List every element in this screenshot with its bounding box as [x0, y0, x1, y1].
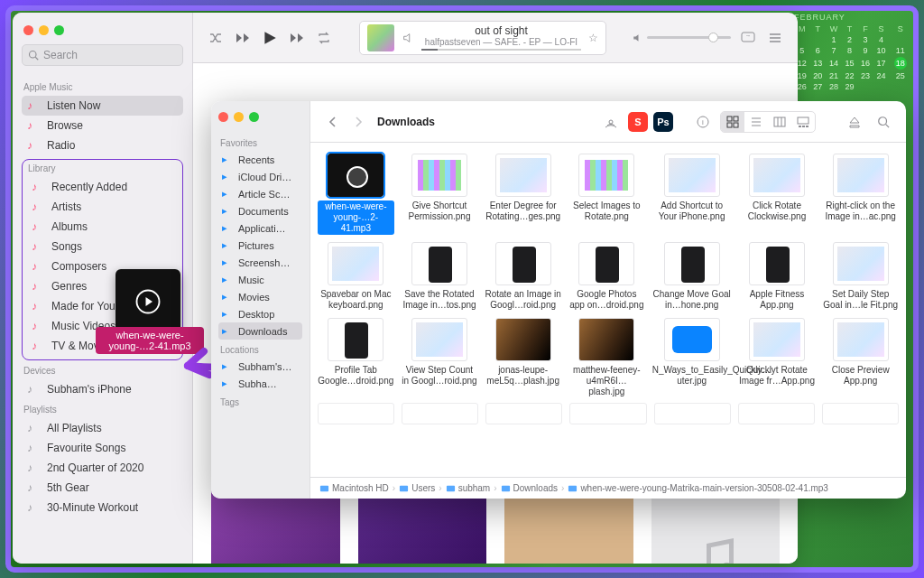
favorite-button[interactable]: ☆	[588, 32, 598, 44]
prev-track-button[interactable]	[233, 28, 253, 48]
sidebar-item-label: Radio	[47, 139, 75, 152]
finder-sidebar-item[interactable]: ▸Article Sc…	[218, 185, 302, 202]
search-button[interactable]	[872, 112, 895, 132]
file-item[interactable]: jonas-leupe-meL5q…plash.jpg	[485, 318, 561, 397]
next-track-button[interactable]	[287, 28, 307, 48]
file-item[interactable]: Enter Degree for Rotating…ges.png	[485, 154, 561, 235]
lyrics-button[interactable]: “”	[738, 28, 758, 48]
finder-sidebar-item[interactable]: ▸Pictures	[218, 237, 302, 254]
sidebar-item[interactable]: ♪Artists	[26, 197, 179, 217]
now-playing[interactable]: out of sight halfpastseven — SAFE. - EP …	[359, 21, 606, 55]
window-controls[interactable]	[22, 22, 183, 44]
app-icon-s[interactable]: S	[628, 112, 648, 132]
sidebar-item[interactable]: ♪Browse	[22, 116, 183, 135]
partial-row	[318, 403, 899, 424]
file-item[interactable]: View Step Count in Googl…roid.png	[402, 318, 478, 397]
eject-button[interactable]	[843, 112, 866, 132]
finder-sidebar-item[interactable]: ▸Movies	[218, 288, 302, 305]
path-crumb[interactable]: subham	[446, 483, 491, 493]
sidebar-item[interactable]: ♪Favourite Songs	[22, 438, 183, 458]
finder-sidebar-item[interactable]: ▸Downloads	[218, 322, 302, 340]
file-item[interactable]: Save the Rotated Image in…tos.png	[402, 242, 478, 311]
sidebar-item[interactable]: ♪Recently Added	[26, 177, 179, 197]
column-view-button[interactable]	[768, 112, 791, 132]
path-crumb[interactable]: Macintosh HD	[319, 483, 389, 493]
file-thumbnail	[328, 318, 383, 361]
window-controls[interactable]	[218, 110, 302, 133]
finder-sidebar-item[interactable]: ▸iCloud Dri…	[218, 168, 302, 185]
file-item[interactable]: Click Rotate Clockwise.png	[739, 154, 816, 235]
info-button[interactable]: i	[691, 112, 715, 132]
path-crumb[interactable]: when-we-were-young-Matrika-main-version-…	[568, 483, 828, 493]
file-item[interactable]: Change Move Goal in…hone.png	[652, 242, 732, 311]
file-item[interactable]: Add Shortcut to Your iPhone.png	[652, 154, 732, 235]
finder-sidebar-label: Subham's…	[238, 361, 292, 372]
file-item[interactable]: Spavebar on Mac keyboard.png	[318, 242, 394, 311]
queue-button[interactable]	[765, 28, 785, 48]
path-bar[interactable]: Macintosh HD›Users›subham›Downloads›when…	[310, 477, 906, 499]
file-thumbnail	[411, 154, 467, 197]
svg-line-1	[35, 57, 38, 60]
path-crumb[interactable]: Users	[399, 483, 435, 493]
file-item[interactable]: Apple Fitness App.png	[739, 242, 816, 311]
sidebar-item[interactable]: ♪All Playlists	[22, 418, 183, 438]
repeat-button[interactable]	[314, 28, 334, 48]
finder-sidebar-item[interactable]: ▸Screensh…	[218, 254, 302, 271]
file-item[interactable]: when-we-were-young-…2-41.mp3	[318, 154, 394, 235]
finder-sidebar-item[interactable]: ▸Subham's…	[218, 358, 302, 375]
volume-slider[interactable]	[632, 33, 731, 43]
finder-sidebar-item[interactable]: ▸Applicati…	[218, 219, 302, 237]
finder-body[interactable]: when-we-were-young-…2-41.mp3Give Shortcu…	[310, 143, 906, 477]
file-item[interactable]: Give Shortcut Permission.png	[402, 154, 478, 235]
file-item[interactable]: Right-click on the Image in…ac.png	[822, 154, 899, 235]
sidebar-item[interactable]: ♪Songs	[26, 237, 179, 256]
close-icon[interactable]	[218, 112, 228, 122]
file-item[interactable]: Google Photos app on…droid.png	[568, 242, 645, 311]
file-name: matthew-feeney-u4mR6I…plash.jpg	[568, 365, 645, 397]
sidebar-item[interactable]: ♪Albums	[26, 217, 179, 237]
file-item[interactable]: Quicklyt Rotate Image fr…App.png	[739, 318, 816, 397]
zoom-icon[interactable]	[249, 112, 259, 122]
minimize-icon[interactable]	[234, 112, 244, 122]
file-name: jonas-leupe-meL5q…plash.jpg	[485, 365, 561, 387]
sidebar-item-label: Recently Added	[51, 181, 127, 193]
finder-sidebar-item[interactable]: ▸Desktop	[218, 305, 302, 322]
sidebar-item[interactable]: ♪Radio	[22, 135, 183, 155]
file-item[interactable]: Close Preview App.png	[822, 318, 899, 397]
path-crumb[interactable]: Downloads	[501, 483, 558, 493]
sidebar-item[interactable]: ♪30-Minute Workout	[22, 498, 183, 517]
finder-sidebar-item[interactable]: ▸Documents	[218, 202, 302, 219]
sidebar-item[interactable]: ♪5th Gear	[22, 478, 183, 498]
finder-main: Downloads S Ps i when-we-were-young-…2-4…	[310, 101, 906, 499]
airdrop-button[interactable]	[599, 112, 623, 132]
sidebar-item[interactable]: ♪Listen Now	[22, 96, 183, 116]
finder-sidebar-item[interactable]: ▸Subha…	[218, 375, 302, 392]
finder-sidebar-item[interactable]: ▸Recents	[218, 151, 302, 168]
zoom-icon[interactable]	[54, 25, 64, 35]
file-item[interactable]: Profile Tab Google…droid.png	[318, 318, 394, 397]
sidebar-icon: ♪	[32, 181, 44, 193]
sidebar-icon: ♪	[27, 383, 40, 396]
shuffle-button[interactable]	[206, 28, 226, 48]
gallery-view-button[interactable]	[791, 112, 815, 132]
close-icon[interactable]	[23, 25, 33, 35]
minimize-icon[interactable]	[39, 25, 49, 35]
sidebar-item-label: 30-Minute Workout	[47, 501, 138, 514]
finder-sidebar-label: Documents	[238, 206, 289, 217]
app-icon-ps[interactable]: Ps	[653, 112, 673, 132]
back-button[interactable]	[321, 111, 343, 133]
file-item[interactable]: Select Images to Rotate.png	[568, 154, 645, 235]
icon-view-button[interactable]	[721, 112, 744, 132]
file-item[interactable]: Rotate an Image in Googl…roid.png	[485, 242, 561, 311]
list-view-button[interactable]	[744, 112, 768, 132]
file-item[interactable]: N_Ways_to_Easily_Quickly…uter.jpg	[652, 318, 732, 397]
finder-sidebar-item[interactable]: ▸Music	[218, 271, 302, 288]
forward-button[interactable]	[348, 111, 370, 133]
play-button[interactable]	[260, 28, 280, 48]
progress-bar[interactable]	[421, 49, 581, 51]
file-item[interactable]: matthew-feeney-u4mR6I…plash.jpg	[568, 318, 645, 397]
sidebar-item[interactable]: ♪2nd Quarter of 2020	[22, 458, 183, 478]
file-item[interactable]: Set Daily Step Goal in…le Fit.png	[822, 242, 899, 311]
sidebar-item[interactable]: ♪Subham's iPhone	[22, 379, 183, 399]
search-input[interactable]: Search	[22, 44, 183, 66]
